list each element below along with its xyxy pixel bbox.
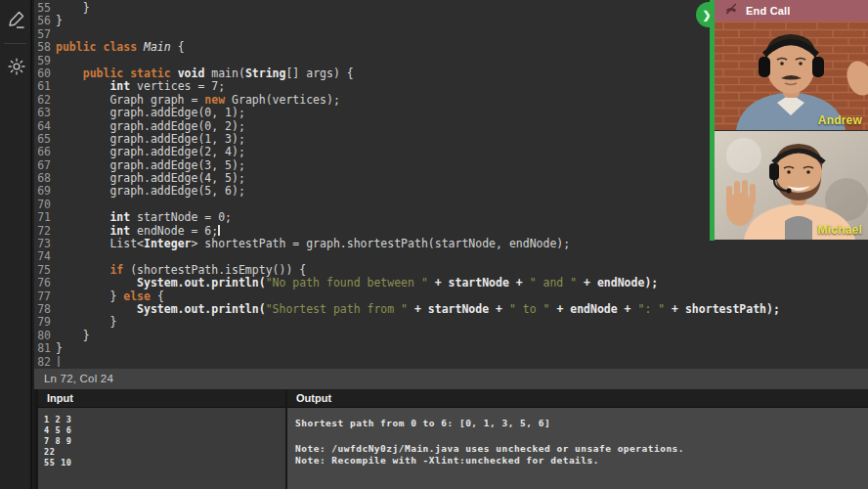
code-line[interactable]: 78 System.out.println("Shortest path fro… — [34, 303, 868, 316]
line-number: 69 — [34, 185, 56, 198]
line-number: 58 — [34, 41, 56, 54]
code-line[interactable]: 75 if (shortestPath.isEmpty()) { — [34, 264, 868, 277]
line-number: 75 — [34, 264, 56, 277]
end-call-label: End Call — [746, 5, 791, 17]
line-number: 62 — [34, 94, 56, 107]
end-call-icon — [724, 2, 738, 20]
pencil-icon — [7, 10, 25, 32]
video-call-panel: ❯ End Call — [710, 0, 868, 241]
collab-code-app: 55 }56}5758public class Main {5960 publi… — [0, 0, 868, 489]
video-tile-andrew[interactable]: Andrew — [715, 22, 868, 130]
line-number: 68 — [34, 172, 56, 185]
io-text-line: 55 10 — [44, 458, 285, 468]
io-text-line: Note: Recompile with -Xlint:unchecked fo… — [295, 455, 868, 467]
code-line[interactable]: 74 — [34, 250, 868, 263]
tool-sidebar — [0, 0, 32, 489]
code-line[interactable]: 76 System.out.println("No path found bet… — [34, 277, 868, 289]
end-call-button[interactable]: End Call — [715, 0, 868, 22]
io-section: Input 1 2 34 5 67 8 92255 10 Output Shor… — [34, 389, 868, 489]
line-number: 67 — [34, 159, 56, 172]
cursor-position-label: Ln 72, Col 24 — [44, 373, 113, 384]
line-number: 80 — [34, 330, 56, 342]
line-number: 76 — [34, 277, 56, 289]
line-number: 59 — [34, 55, 56, 67]
line-number: 78 — [34, 303, 56, 316]
line-number: 64 — [34, 120, 56, 133]
line-number: 82 — [34, 356, 56, 369]
input-panel-header: Input — [38, 389, 285, 408]
line-number: 72 — [34, 225, 56, 238]
line-number: 70 — [34, 199, 56, 211]
io-text-line — [295, 430, 868, 443]
line-number: 73 — [34, 238, 56, 250]
brightness-icon — [8, 58, 25, 79]
io-text-line: 22 — [44, 447, 285, 458]
editor-status-bar: Ln 72, Col 24 — [34, 369, 868, 389]
video-tile-michael[interactable]: Michael — [715, 131, 868, 240]
io-text-line: Shortest path from 0 to 6: [0, 1, 3, 5, … — [295, 418, 868, 430]
line-number: 61 — [34, 80, 56, 93]
line-number: 79 — [34, 316, 56, 329]
brightness-toggle-button[interactable] — [0, 52, 32, 85]
code-line[interactable]: 80 } — [34, 330, 868, 342]
input-area[interactable]: 1 2 34 5 67 8 92255 10 — [38, 408, 285, 489]
input-panel: Input 1 2 34 5 67 8 92255 10 — [38, 389, 285, 489]
line-number: 57 — [34, 28, 56, 41]
code-line[interactable]: 82 — [34, 356, 868, 369]
code-line[interactable]: 81} — [34, 342, 868, 355]
output-panel-header: Output — [287, 389, 868, 408]
io-text-line: 7 8 9 — [44, 436, 285, 447]
code-line[interactable]: 79 } — [34, 316, 868, 329]
line-number: 71 — [34, 211, 56, 224]
line-number: 55 — [34, 2, 56, 15]
participant-name: Andrew — [818, 113, 862, 127]
text-cursor — [218, 225, 220, 236]
edit-tool-button[interactable] — [0, 4, 32, 37]
line-number: 56 — [34, 15, 56, 27]
line-number: 65 — [34, 133, 56, 146]
line-number: 63 — [34, 107, 56, 119]
output-area: Shortest path from 0 to 6: [0, 1, 3, 5, … — [287, 408, 868, 489]
line-number: 60 — [34, 67, 56, 80]
line-number: 81 — [34, 342, 56, 355]
line-number: 77 — [34, 290, 56, 303]
io-text-line: Note: /uwfdcNy0zj/Main.java uses uncheck… — [295, 443, 868, 456]
line-number: 74 — [34, 250, 56, 263]
output-panel: Output Shortest path from 0 to 6: [0, 1,… — [287, 389, 868, 489]
io-text-line: 4 5 6 — [44, 425, 285, 436]
sidebar-divider — [4, 43, 26, 44]
remote-cursor — [58, 356, 60, 367]
code-line[interactable]: 77 } else { — [34, 290, 868, 303]
participant-name: Michael — [818, 223, 862, 237]
line-number: 66 — [34, 146, 56, 158]
io-text-line: 1 2 3 — [44, 415, 285, 425]
